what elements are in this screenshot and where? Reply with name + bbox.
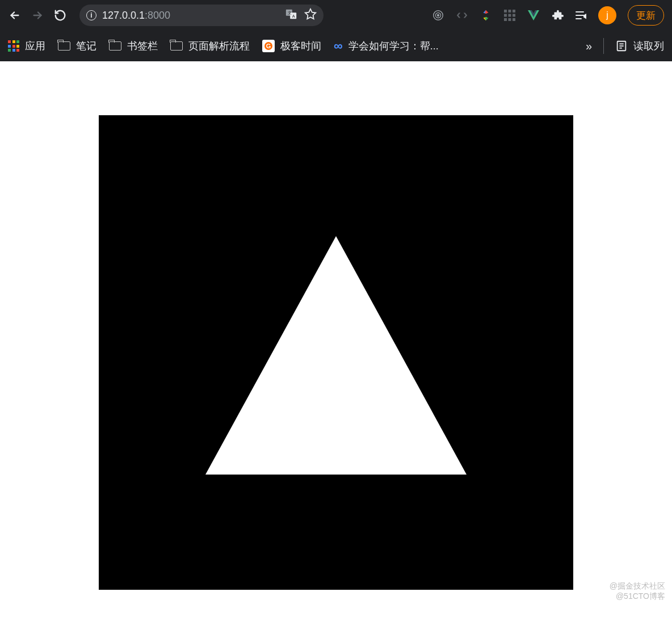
watermark-line2: @51CTO博客 <box>610 591 665 601</box>
svg-rect-12 <box>509 14 511 17</box>
svg-point-7 <box>438 15 439 16</box>
svg-rect-16 <box>513 18 515 21</box>
vue-extension-icon[interactable] <box>527 9 540 22</box>
bookmark-geek[interactable]: G 极客时间 <box>262 39 321 53</box>
svg-rect-14 <box>504 18 507 21</box>
bookmark-star-icon[interactable] <box>304 8 317 23</box>
target-extension-icon[interactable] <box>431 9 445 22</box>
svg-rect-11 <box>504 14 507 17</box>
extensions-puzzle-icon[interactable] <box>551 9 564 22</box>
forward-button[interactable] <box>27 5 48 26</box>
update-label: 更新 <box>636 9 656 22</box>
watermark: @掘金技术社区 @51CTO博客 <box>610 581 665 601</box>
extension-icons: j 更新 <box>431 5 667 26</box>
browser-toolbar: i 127.0.0.1:8000 文A <box>0 0 672 31</box>
svg-rect-13 <box>513 14 515 17</box>
apps-label: 应用 <box>25 39 45 53</box>
back-button[interactable] <box>5 5 25 26</box>
translate-icon[interactable]: 文A <box>285 8 297 23</box>
svg-text:A: A <box>292 14 295 19</box>
bookmark-label: 学会如何学习：帮... <box>348 39 439 53</box>
folder-icon <box>109 41 121 51</box>
divider <box>603 38 604 54</box>
avatar-initial: j <box>606 10 608 20</box>
url-text: 127.0.0.1:8000 <box>102 10 170 22</box>
svg-rect-15 <box>509 18 511 21</box>
url-port: :8000 <box>145 10 170 21</box>
reading-list-icon <box>615 40 628 52</box>
reading-list-label: 读取列 <box>633 39 664 53</box>
page-content <box>0 61 672 590</box>
update-button[interactable]: 更新 <box>628 5 664 26</box>
browser-chrome: i 127.0.0.1:8000 文A <box>0 0 672 61</box>
bookmark-label: 书签栏 <box>127 39 158 53</box>
reload-button[interactable] <box>50 5 70 26</box>
bookmark-learn[interactable]: ∞ 学会如何学习：帮... <box>334 39 439 53</box>
media-control-icon[interactable] <box>574 9 588 22</box>
folder-icon <box>170 41 183 51</box>
grid-extension-icon[interactable] <box>503 9 516 22</box>
address-bar[interactable]: i 127.0.0.1:8000 文A <box>79 5 324 26</box>
bookmark-folder-pageparse[interactable]: 页面解析流程 <box>170 39 250 53</box>
svg-rect-10 <box>513 10 515 12</box>
reading-list-button[interactable]: 读取列 <box>615 39 664 53</box>
bookmark-folder-bar[interactable]: 书签栏 <box>109 39 158 53</box>
infinity-icon: ∞ <box>334 39 343 53</box>
url-host: 127.0.0.1 <box>102 10 145 21</box>
bookmark-folder-notes[interactable]: 笔记 <box>58 39 96 53</box>
bookmarks-overflow-icon[interactable]: » <box>586 40 592 53</box>
apps-shortcut[interactable]: 应用 <box>8 39 45 53</box>
bookmarks-bar: 应用 笔记 书签栏 页面解析流程 G 极客时间 ∞ 学会如何学习：帮... » <box>0 31 672 61</box>
white-triangle <box>205 236 467 475</box>
canvas-area <box>99 115 573 590</box>
watermark-line1: @掘金技术社区 <box>610 581 665 591</box>
apps-grid-icon <box>8 40 19 52</box>
star-extension-icon[interactable] <box>479 9 493 22</box>
bookmark-label: 极客时间 <box>280 39 321 53</box>
svg-rect-9 <box>509 10 511 12</box>
svg-text:文: 文 <box>288 10 292 15</box>
svg-rect-8 <box>504 10 507 12</box>
devtools-extension-icon[interactable] <box>455 9 469 22</box>
svg-marker-4 <box>305 9 316 19</box>
profile-avatar[interactable]: j <box>598 6 616 24</box>
bookmark-label: 笔记 <box>76 39 96 53</box>
site-info-icon[interactable]: i <box>86 10 96 20</box>
bookmark-label: 页面解析流程 <box>188 39 250 53</box>
geek-icon: G <box>262 40 275 52</box>
folder-icon <box>58 41 70 51</box>
